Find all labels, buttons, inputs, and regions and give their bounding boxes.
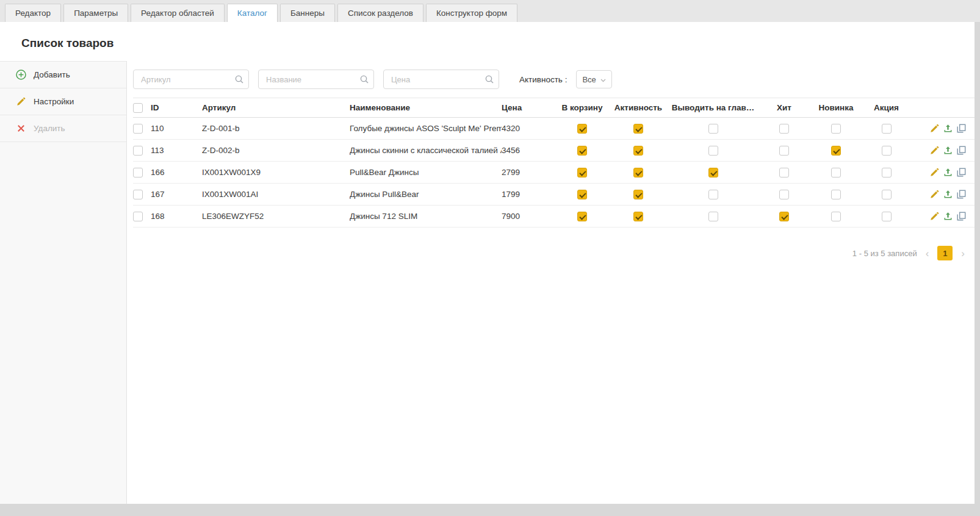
novelty-checkbox[interactable]	[831, 212, 841, 221]
sale-checkbox[interactable]	[882, 146, 892, 156]
cell-sku: LE306EWZYF52	[202, 212, 350, 221]
novelty-checkbox[interactable]	[831, 168, 841, 177]
edit-icon[interactable]	[930, 124, 939, 133]
column-header-active: Активность	[614, 103, 662, 112]
hit-checkbox[interactable]	[779, 124, 789, 134]
active-checkbox[interactable]	[633, 190, 643, 199]
active-checkbox[interactable]	[633, 212, 643, 221]
cart-checkbox[interactable]	[577, 212, 587, 221]
copy-icon[interactable]	[957, 124, 966, 133]
table-row: 168 LE306EWZYF52 Джинсы 712 SLIM 7900	[133, 206, 975, 228]
cell-sku: IX001XW001AI	[202, 190, 350, 199]
tab-parameters[interactable]: Параметры	[63, 4, 128, 22]
pagination: 1 - 5 из 5 записей ‹ 1 ›	[133, 246, 975, 260]
sidebar-item-label: Добавить	[34, 70, 70, 79]
row-select-checkbox[interactable]	[133, 168, 143, 177]
copy-icon[interactable]	[957, 190, 966, 199]
export-icon[interactable]	[943, 146, 953, 155]
sale-checkbox[interactable]	[882, 168, 892, 177]
show-on-main-checkbox[interactable]	[708, 212, 718, 221]
cell-name: Джинсы скинни с классической талией ASOS	[350, 146, 502, 155]
novelty-checkbox[interactable]	[831, 190, 841, 199]
page-title: Список товаров	[0, 22, 975, 61]
show-on-main-checkbox[interactable]	[708, 168, 718, 177]
export-icon[interactable]	[943, 168, 953, 177]
sale-checkbox[interactable]	[882, 190, 892, 199]
row-select-checkbox[interactable]	[133, 146, 143, 156]
novelty-checkbox[interactable]	[831, 146, 841, 156]
edit-icon[interactable]	[930, 212, 939, 221]
cart-checkbox[interactable]	[577, 190, 587, 199]
sku-filter-input[interactable]	[133, 70, 249, 89]
tab-editor[interactable]: Редактор	[5, 4, 61, 22]
activity-dropdown[interactable]: Все	[576, 70, 611, 88]
sidebar-item-add[interactable]: Добавить	[0, 62, 126, 88]
tab-banners[interactable]: Баннеры	[280, 4, 335, 22]
export-icon[interactable]	[943, 212, 953, 221]
cell-sku: IX001XW001X9	[202, 168, 350, 177]
show-on-main-checkbox[interactable]	[708, 190, 718, 199]
cart-checkbox[interactable]	[577, 146, 587, 156]
row-select-checkbox[interactable]	[133, 124, 143, 134]
active-checkbox[interactable]	[633, 168, 643, 177]
catalog-content: Активность : Все ID Артикул Наименование…	[127, 61, 975, 504]
tab-bar: Редактор Параметры Редактор областей Кат…	[0, 0, 980, 22]
cart-checkbox[interactable]	[577, 168, 587, 177]
tab-areas-editor[interactable]: Редактор областей	[131, 4, 225, 22]
column-header-price: Цена	[502, 103, 554, 112]
column-header-id: ID	[151, 103, 202, 112]
hit-checkbox[interactable]	[779, 168, 789, 177]
cell-sku: Z-D-002-b	[202, 146, 350, 155]
tab-catalog[interactable]: Каталог	[227, 4, 278, 22]
sale-checkbox[interactable]	[882, 124, 892, 134]
cell-id: 168	[151, 212, 202, 221]
chevron-right-icon[interactable]: ›	[961, 248, 965, 259]
chevron-down-icon	[600, 75, 606, 84]
cart-checkbox[interactable]	[577, 124, 587, 134]
show-on-main-checkbox[interactable]	[708, 146, 718, 156]
catalog-page: Список товаров Добавить Настройки Удалит	[0, 22, 975, 504]
sidebar-item-delete[interactable]: Удалить	[0, 115, 126, 142]
cell-price: 3456	[502, 146, 554, 155]
cell-name: Голубые джинсы ASOS 'Sculpt Me' Premium	[350, 124, 502, 133]
active-checkbox[interactable]	[633, 124, 643, 134]
active-checkbox[interactable]	[633, 146, 643, 156]
plus-circle-icon	[16, 70, 26, 80]
activity-dropdown-value: Все	[582, 75, 596, 84]
export-icon[interactable]	[943, 124, 953, 133]
cell-name: Джинсы Pull&Bear	[350, 190, 502, 199]
export-icon[interactable]	[943, 190, 953, 199]
hit-checkbox[interactable]	[779, 146, 789, 156]
edit-icon[interactable]	[930, 168, 939, 177]
sale-checkbox[interactable]	[882, 212, 892, 221]
row-select-checkbox[interactable]	[133, 212, 143, 221]
copy-icon[interactable]	[957, 168, 966, 177]
chevron-left-icon[interactable]: ‹	[926, 248, 929, 259]
pagination-summary: 1 - 5 из 5 записей	[852, 249, 917, 258]
search-icon	[360, 75, 369, 86]
sidebar-item-settings[interactable]: Настройки	[0, 88, 126, 115]
edit-icon[interactable]	[930, 190, 939, 199]
name-filter	[258, 70, 374, 89]
page-button-1[interactable]: 1	[937, 246, 953, 260]
hit-checkbox[interactable]	[779, 190, 789, 199]
select-all-checkbox[interactable]	[133, 103, 143, 113]
search-icon	[485, 75, 494, 86]
row-actions	[909, 168, 975, 177]
copy-icon[interactable]	[957, 146, 966, 155]
price-filter-input[interactable]	[383, 70, 499, 89]
copy-icon[interactable]	[957, 212, 966, 221]
cell-id: 167	[151, 190, 202, 199]
cell-price: 4320	[502, 124, 554, 133]
cell-name: Pull&Bear Джинсы	[350, 168, 502, 177]
show-on-main-checkbox[interactable]	[708, 124, 718, 134]
novelty-checkbox[interactable]	[831, 124, 841, 134]
tab-sections-list[interactable]: Список разделов	[337, 4, 423, 22]
price-filter	[383, 70, 499, 89]
name-filter-input[interactable]	[258, 70, 374, 89]
sidebar-item-label: Удалить	[34, 124, 65, 133]
row-select-checkbox[interactable]	[133, 190, 143, 199]
hit-checkbox[interactable]	[779, 212, 789, 221]
edit-icon[interactable]	[930, 146, 939, 155]
tab-form-builder[interactable]: Конструктор форм	[426, 4, 517, 22]
